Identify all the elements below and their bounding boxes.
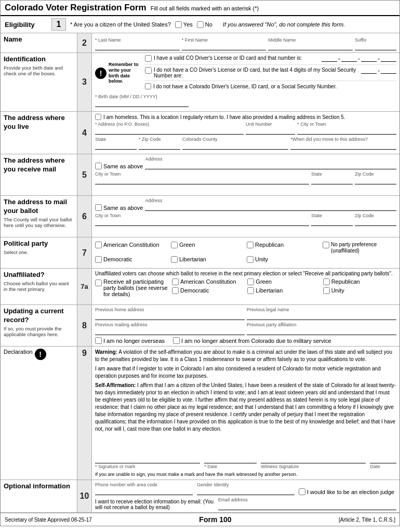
mailing-section: The address where you receive mail 5 Sam… (1, 154, 399, 196)
mailing-zip-input[interactable] (355, 177, 396, 184)
id-option3-checkbox[interactable] (145, 83, 151, 89)
ballot-state-input[interactable] (311, 218, 353, 226)
party-dem-checkbox[interactable] (95, 256, 102, 263)
party-democratic[interactable]: Democratic (95, 256, 169, 263)
yes-checkbox[interactable] (175, 21, 182, 28)
unaff-unity-checkbox[interactable] (323, 287, 330, 294)
party-green-checkbox[interactable] (171, 242, 178, 248)
city-input[interactable] (297, 127, 396, 135)
email-input[interactable] (218, 502, 396, 510)
mailing-zip-group: Zip Code (355, 171, 396, 184)
party-lib-checkbox[interactable] (171, 256, 178, 263)
party-rep-checkbox[interactable] (247, 242, 254, 248)
prev-party-input[interactable] (247, 327, 396, 335)
ballot-same-above[interactable]: Same as above (95, 204, 143, 211)
dl-part3[interactable] (361, 56, 377, 62)
receive-all-checkbox[interactable] (95, 280, 102, 286)
yes-option[interactable]: Yes (175, 21, 193, 28)
mailing-address-input[interactable] (145, 162, 396, 169)
unaff-dem-checkbox[interactable] (172, 287, 179, 294)
unaff-lib-checkbox[interactable] (247, 287, 254, 294)
middle-name-input[interactable] (268, 43, 353, 50)
party-unity-checkbox[interactable] (247, 256, 254, 263)
no-checkbox[interactable] (197, 21, 204, 28)
party-lib-label: Libertarian (179, 256, 206, 262)
unaff-green-checkbox[interactable] (247, 278, 254, 285)
no-longer-absent[interactable]: I am no longer absent from Colorado due … (173, 337, 331, 344)
id-option3-row: I do not have a Colorado Driver's Licens… (145, 83, 396, 89)
party-dem-label: Democratic (103, 256, 132, 262)
election-judge-checkbox[interactable] (299, 488, 305, 495)
unaff-dem[interactable]: Democratic (172, 287, 245, 294)
suffix-input[interactable] (355, 43, 396, 50)
mailing-label-area: The address where you receive mail (1, 154, 77, 195)
gender-label: Gender Identity (197, 482, 295, 487)
mailing-state-input[interactable] (311, 177, 353, 184)
prev-legal-input[interactable] (247, 312, 396, 320)
party-american-constitution[interactable]: American Constitution (95, 242, 169, 254)
id-option2-checkbox[interactable] (145, 67, 152, 74)
election-judge-option[interactable]: I would like to be an election judge (299, 488, 396, 495)
first-name-input[interactable] (182, 43, 266, 50)
ssn-part2[interactable] (381, 68, 396, 74)
ballot-same-checkbox[interactable] (95, 204, 102, 211)
last-name-input[interactable] (95, 43, 180, 50)
county-input[interactable] (182, 142, 288, 150)
ssn-part1[interactable] (361, 68, 377, 74)
signature-input[interactable] (95, 456, 200, 463)
birth-date-input[interactable] (95, 99, 189, 107)
mailing-same-checkbox[interactable] (95, 163, 102, 169)
party-no-pref-checkbox[interactable] (323, 242, 329, 248)
move-date-input[interactable] (290, 142, 396, 150)
party-title: Political party (4, 240, 48, 248)
mailing-zip-label: Zip Code (355, 171, 396, 177)
mailing-row1: Same as above Address (95, 156, 396, 169)
homeless-checkbox[interactable] (95, 114, 101, 120)
unaffiliated-content: Unaffiliated voters can choose which bal… (92, 269, 399, 304)
unaff-rep[interactable]: Republican (323, 278, 396, 285)
no-longer-overseas-checkbox[interactable] (95, 337, 102, 344)
witness-date-input[interactable] (370, 456, 396, 463)
party-ac-checkbox[interactable] (95, 242, 102, 248)
zip-input[interactable] (139, 142, 180, 150)
prev-home-input[interactable] (95, 312, 245, 320)
gender-input[interactable] (197, 487, 295, 495)
no-option[interactable]: No (197, 21, 212, 28)
date-input[interactable] (204, 456, 257, 463)
unaff-lib[interactable]: Libertarian (247, 287, 321, 294)
unaff-ac[interactable]: American Constitution (172, 278, 245, 285)
state-input[interactable] (95, 142, 137, 150)
unaff-green[interactable]: Green (247, 278, 321, 285)
party-no-preference[interactable]: No party preference (unaffiliated) (323, 242, 396, 254)
unaff-unity[interactable]: Unity (323, 287, 396, 294)
residence-label-area: The address where you live (1, 112, 77, 154)
ballot-zip-input[interactable] (355, 218, 396, 226)
last-name-group: * Last Name (95, 37, 180, 50)
dl-part1[interactable] (322, 56, 337, 62)
ballot-city-input[interactable] (95, 218, 309, 226)
dl-part4[interactable] (381, 56, 396, 62)
middle-name-label: Middle Name (268, 37, 353, 43)
party-green[interactable]: Green (171, 242, 245, 254)
mailing-city-input[interactable] (95, 177, 309, 184)
party-libertarian[interactable]: Libertarian (171, 256, 245, 263)
receive-all-label[interactable]: Receive all participating party ballots … (95, 278, 168, 297)
no-longer-absent-label: I am no longer absent from Colorado due … (181, 338, 331, 344)
id-option1-checkbox[interactable] (145, 55, 152, 62)
ballot-address-input[interactable] (145, 203, 396, 211)
party-republican[interactable]: Republican (247, 242, 321, 254)
prev-mailing-input[interactable] (95, 327, 245, 335)
witness-sig-input[interactable] (261, 456, 366, 463)
phone-input[interactable] (95, 487, 193, 495)
no-longer-overseas[interactable]: I am no longer overseas (95, 337, 165, 344)
address-input[interactable] (95, 127, 244, 135)
unit-input[interactable] (246, 127, 295, 135)
mailing-same-above[interactable]: Same as above (95, 163, 143, 169)
unaff-rep-checkbox[interactable] (323, 278, 330, 285)
party-unity[interactable]: Unity (247, 256, 321, 263)
unaff-ac-checkbox[interactable] (172, 278, 179, 285)
mailing-address-label: Address (145, 156, 396, 162)
aware-paragraph: I am aware that if I register to vote in… (95, 365, 396, 380)
dl-part2[interactable] (341, 56, 357, 62)
no-longer-absent-checkbox[interactable] (173, 337, 180, 344)
